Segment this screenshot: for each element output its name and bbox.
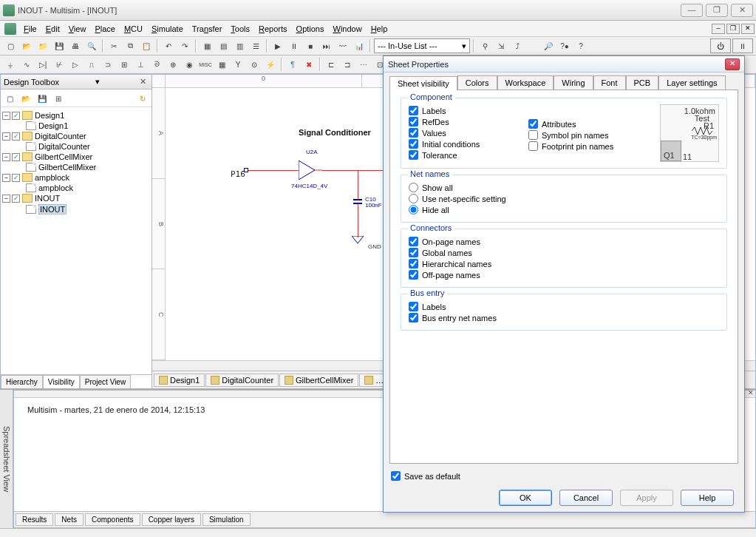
comp-source-icon[interactable]: ⊕ [166,57,180,72]
tb-save-icon[interactable]: 💾 [35,91,50,106]
tab-pcb[interactable]: PCB [626,75,659,90]
minimize-button[interactable]: — [681,4,703,17]
pause-button[interactable]: ⏸ [287,38,302,53]
chk-bus-net-names[interactable]: Bus entry net names [409,313,719,322]
radio-net-specific[interactable]: Use net-specific setting [409,194,719,203]
stop-button[interactable]: ■ [303,38,318,53]
scope-icon[interactable]: 📊 [352,38,367,53]
chk-attributes[interactable]: Attributes [528,119,651,129]
menu-view[interactable]: View [64,23,91,35]
comp-resistor-icon[interactable]: ∿ [19,57,34,72]
open2-button[interactable]: 📁 [35,38,50,53]
ok-button[interactable]: OK [499,490,552,506]
toolbox-pin-icon[interactable]: ▾ [95,77,100,87]
tab-workspace[interactable]: Workspace [497,75,554,90]
chk-initial-conditions[interactable]: Initial conditions [409,139,520,149]
in-use-list-dropdown[interactable]: --- In-Use List ---▾ [374,38,470,53]
tb-new-icon[interactable]: ▢ [2,91,17,106]
search1-icon[interactable]: 🔎 [541,38,556,53]
chk-labels[interactable]: Labels [409,106,520,115]
help-icon[interactable]: ? [573,38,588,53]
menu-place[interactable]: Place [90,23,120,35]
close-button[interactable]: ✕ [731,4,753,17]
comp-misc1-icon[interactable]: ⊞ [117,57,132,72]
comp-bus3-icon[interactable]: ⋯ [356,57,371,72]
mdi-minimize[interactable]: – [712,24,725,34]
comp-ic-icon[interactable]: ⎍ [84,57,99,72]
sheet-icon[interactable]: ▥ [232,38,247,53]
tab-layer-settings[interactable]: Layer settings [658,75,725,90]
chk-hierarchical[interactable]: Hierarchical names [409,259,719,268]
comp-place-icon[interactable]: ¶ [285,57,300,72]
menu-reports[interactable]: Reports [254,23,292,35]
tab-visibility[interactable]: Visibility [43,375,80,388]
sv-tab-results[interactable]: Results [16,513,53,526]
comp-power-icon[interactable]: ⚡ [263,57,278,72]
maximize-button[interactable]: ❐ [706,4,728,17]
chk-refdes[interactable]: RefDes [409,117,520,126]
menu-window[interactable]: Window [328,23,366,35]
doc-tab[interactable]: Design1 [154,374,205,387]
sv-tab-copper[interactable]: Copper layers [142,513,201,526]
cancel-button[interactable]: Cancel [559,490,613,506]
chk-global[interactable]: Global names [409,248,719,257]
search2-icon[interactable]: ?● [557,38,572,53]
grid2-icon[interactable]: ▤ [216,38,231,53]
tb-tree-icon[interactable]: ⊞ [51,91,66,106]
chk-save-default[interactable]: Save as default [391,471,737,481]
design-tree[interactable]: −✓Design1 Design1 −✓DigitalCounter Digit… [1,107,151,374]
tb-open-icon[interactable]: 📂 [18,91,33,106]
mdi-restore[interactable]: ❐ [726,24,740,34]
menu-file[interactable]: File [19,23,41,35]
paste-button[interactable]: 📋 [139,38,154,53]
opamp-symbol[interactable] [299,161,322,180]
chk-bus-labels[interactable]: Labels [409,302,719,311]
wave-icon[interactable]: 〰 [336,38,350,53]
pause-sim-icon[interactable]: ⏸ [732,38,753,53]
radio-hide-all[interactable]: Hide all [409,205,719,215]
tab-hierarchy[interactable]: Hierarchy [1,375,43,388]
menu-simulate[interactable]: Simulate [147,23,188,35]
menu-tools[interactable]: Tools [226,23,254,35]
step-button[interactable]: ⏭ [319,38,334,53]
doc-tab[interactable]: DigitalCounter [205,374,279,387]
comp-conn-icon[interactable]: ⊙ [247,57,262,72]
probe1-icon[interactable]: ⚲ [477,38,492,53]
menu-mcu[interactable]: MCU [120,23,147,35]
print-button[interactable]: 🖶 [68,38,83,53]
probe3-icon[interactable]: ⤴ [510,38,525,53]
help-button[interactable]: Help [681,490,734,506]
dialog-close-icon[interactable]: ✕ [725,58,740,70]
chk-on-page[interactable]: On-page names [409,237,719,246]
comp-ant-icon[interactable]: Y [231,57,245,72]
comp-ind-icon[interactable]: ᘐ [149,57,164,72]
dialog-title-bar[interactable]: Sheet Properties ✕ [384,56,744,72]
copy-button[interactable]: ⧉ [123,38,137,53]
redo-button[interactable]: ↷ [177,38,192,53]
comp-bus1-icon[interactable]: ⊏ [324,57,338,72]
radio-show-all[interactable]: Show all [409,183,719,192]
open-button[interactable]: 📂 [19,38,34,53]
chk-values[interactable]: Values [409,128,520,138]
toolbox-close-icon[interactable]: ✕ [138,77,149,87]
tab-colors[interactable]: Colors [457,75,497,90]
menu-options[interactable]: Options [292,23,329,35]
list-icon[interactable]: ☰ [248,38,263,53]
chk-off-page[interactable]: Off-page names [409,270,719,280]
comp-diode-icon[interactable]: ▷| [35,57,50,72]
grid1-icon[interactable]: ▦ [200,38,214,53]
comp-gate-icon[interactable]: ⊃ [101,57,115,72]
sv-tab-components[interactable]: Components [85,513,140,526]
chk-tolerance[interactable]: Tolerance [409,150,520,160]
apply-button[interactable]: Apply [620,490,673,506]
comp-net-icon[interactable]: ▦ [214,57,229,72]
chk-symbol-pin-names[interactable]: Symbol pin names [528,130,651,140]
tab-project-view[interactable]: Project View [80,375,131,388]
tab-sheet-visibility[interactable]: Sheet visibility [389,76,457,90]
comp-misc-label[interactable]: MISC [198,57,213,72]
switch-icon[interactable]: ⏻ [710,38,731,53]
menu-transfer[interactable]: Transfer [188,23,227,35]
comp-cap-icon[interactable]: ⊥ [133,57,148,72]
comp-transistor-icon[interactable]: ⊬ [52,57,67,72]
menu-edit[interactable]: Edit [41,23,64,35]
